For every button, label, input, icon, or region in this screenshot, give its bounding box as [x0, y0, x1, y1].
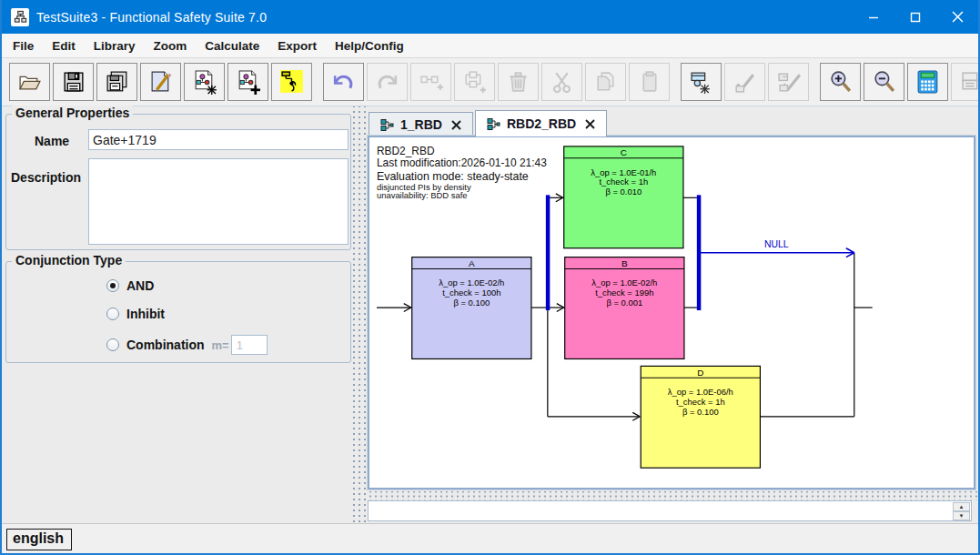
svg-text:A: A: [469, 258, 475, 268]
maximize-button[interactable]: [894, 0, 936, 34]
rbd-tab-icon: [487, 117, 500, 131]
undo-button[interactable]: [323, 63, 364, 101]
add-parallel-block-button: [454, 63, 495, 101]
menu-item-library[interactable]: Library: [85, 36, 145, 56]
radio-label: Combination: [126, 338, 205, 352]
m-input[interactable]: [231, 335, 268, 355]
tab-label: 1_RBD: [400, 117, 442, 132]
radio-option-and[interactable]: AND: [106, 278, 154, 293]
svg-text:t_check = 1h: t_check = 1h: [676, 397, 725, 407]
rbd-block-C[interactable]: Cλ_op = 1.0E-01/ht_check = 1hβ = 0.010: [564, 146, 683, 248]
svg-text:β = 0.100: β = 0.100: [453, 298, 490, 308]
tab-bar: 1_RBDRBD2_RBD: [369, 109, 978, 136]
radio-option-inhibit[interactable]: Inhibit: [106, 307, 165, 321]
general-properties-group: General Properties Name Description: [5, 114, 351, 250]
m-label: m=: [212, 338, 229, 352]
svg-text:λ_op = 1.0E-01/h: λ_op = 1.0E-01/h: [591, 167, 656, 177]
log-output: ▲ ▼: [368, 500, 972, 521]
description-input[interactable]: [88, 158, 349, 245]
validate-all-button: [768, 63, 809, 101]
new-block-button[interactable]: [681, 63, 722, 101]
redo-icon: [375, 69, 400, 95]
log-scroll-up-button[interactable]: ▲: [953, 502, 970, 511]
svg-text:λ_op = 1.0E-02/h: λ_op = 1.0E-02/h: [591, 278, 657, 288]
diagram-header: RBD2_RBDLast modification:2026-01-10 21:…: [377, 145, 547, 200]
paste-button: [629, 63, 670, 101]
zoom-out-button[interactable]: [864, 63, 904, 101]
paste-icon: [637, 69, 662, 95]
menu-item-edit[interactable]: Edit: [43, 36, 85, 56]
svg-text:C: C: [621, 147, 627, 157]
svg-text:t_check = 199h: t_check = 199h: [595, 288, 653, 298]
diagram-panel: 1_RBDRBD2_RBD RBD2_RBDLast modification:…: [366, 106, 978, 523]
open-folder-button[interactable]: [9, 63, 50, 101]
rbd-tab-icon: [380, 118, 394, 132]
rbd-block-B[interactable]: Bλ_op = 1.0E-02/ht_check = 199hβ = 0.001: [565, 257, 684, 359]
description-label: Description: [11, 170, 81, 185]
minimize-button[interactable]: [853, 0, 894, 34]
add-parallel-block-icon: [462, 69, 488, 95]
delete-icon: [506, 69, 531, 95]
radio-icon[interactable]: [106, 338, 119, 351]
radio-icon[interactable]: [106, 279, 119, 292]
fault-tree-button[interactable]: [271, 63, 312, 101]
radio-option-combination[interactable]: Combinationm=: [106, 335, 268, 355]
tab-rbd2_rbd[interactable]: RBD2_RBD: [475, 110, 607, 136]
tab-close-icon[interactable]: [451, 120, 461, 130]
menu-item-export[interactable]: Export: [268, 36, 326, 56]
svg-text:β = 0.001: β = 0.001: [606, 298, 642, 308]
vertical-splitter[interactable]: [353, 106, 366, 523]
validate-all-icon: [776, 69, 802, 95]
close-button[interactable]: [936, 0, 978, 34]
tab-1_rbd[interactable]: 1_RBD: [369, 112, 473, 136]
horizontal-splitter[interactable]: [366, 491, 978, 500]
null-connector[interactable]: NULL: [701, 239, 854, 257]
name-label: Name: [35, 134, 69, 148]
rbd-canvas[interactable]: RBD2_RBDLast modification:2026-01-10 21:…: [368, 136, 975, 489]
svg-text:Evaluation mode: steady-state: Evaluation mode: steady-state: [377, 170, 529, 183]
conjunction-type-group: Conjunction Type ANDInhibitCombinationm=: [5, 261, 351, 363]
add-series-block-icon: [419, 69, 444, 95]
validate-block-button: [724, 63, 765, 101]
undo-icon: [331, 69, 357, 95]
svg-text:Last modification:2026-01-10 2: Last modification:2026-01-10 21:43: [377, 156, 547, 169]
save-all-button[interactable]: [96, 63, 137, 101]
log-scroll-down-button[interactable]: ▼: [953, 511, 970, 520]
toolbar: [2, 58, 978, 106]
radio-icon[interactable]: [106, 308, 119, 320]
tab-close-icon[interactable]: [585, 119, 595, 129]
open-folder-icon: [17, 69, 43, 95]
save-button[interactable]: [53, 63, 94, 101]
zoom-in-icon: [828, 69, 854, 95]
conjunction-type-title: Conjunction Type: [12, 253, 126, 267]
edit-document-button[interactable]: [140, 63, 181, 101]
validate-block-icon: [732, 69, 758, 95]
svg-text:λ_op = 1.0E-02/h: λ_op = 1.0E-02/h: [439, 278, 504, 288]
menu-item-help-config[interactable]: Help/Config: [326, 36, 413, 56]
title-bar: TestSuite3 - Functional Safety Suite 7.0: [2, 0, 978, 34]
cut-button: [541, 63, 582, 101]
svg-text:β = 0.100: β = 0.100: [682, 407, 719, 417]
language-indicator[interactable]: english: [6, 529, 72, 550]
svg-text:λ_op = 1.0E-06/h: λ_op = 1.0E-06/h: [668, 387, 733, 397]
menu-item-zoom[interactable]: Zoom: [145, 36, 197, 56]
rbd-block-D[interactable]: Dλ_op = 1.0E-06/ht_check = 1hβ = 0.100: [641, 366, 760, 468]
menu-item-file[interactable]: File: [4, 36, 43, 56]
radio-label: AND: [126, 278, 154, 293]
name-input[interactable]: [88, 129, 349, 150]
new-rbd-document-button[interactable]: [184, 63, 225, 101]
menu-bar: FileEditLibraryZoomCalculateExportHelp/C…: [2, 34, 978, 58]
new-block-icon: [689, 69, 714, 95]
calculator-button[interactable]: [907, 63, 948, 101]
calculator-icon: [915, 69, 941, 95]
zoom-in-button[interactable]: [820, 63, 861, 101]
svg-text:t_check = 1h: t_check = 1h: [599, 177, 648, 187]
app-icon: [11, 8, 29, 26]
menu-item-calculate[interactable]: Calculate: [196, 36, 268, 56]
add-series-block-button: [410, 63, 451, 101]
tab-label: RBD2_RBD: [507, 116, 576, 131]
rbd-block-A[interactable]: Aλ_op = 1.0E-02/ht_check = 100hβ = 0.100: [412, 257, 531, 359]
add-rbd-document-button[interactable]: [227, 63, 268, 101]
report-warning-icon: [959, 69, 979, 95]
save-icon: [61, 69, 86, 95]
